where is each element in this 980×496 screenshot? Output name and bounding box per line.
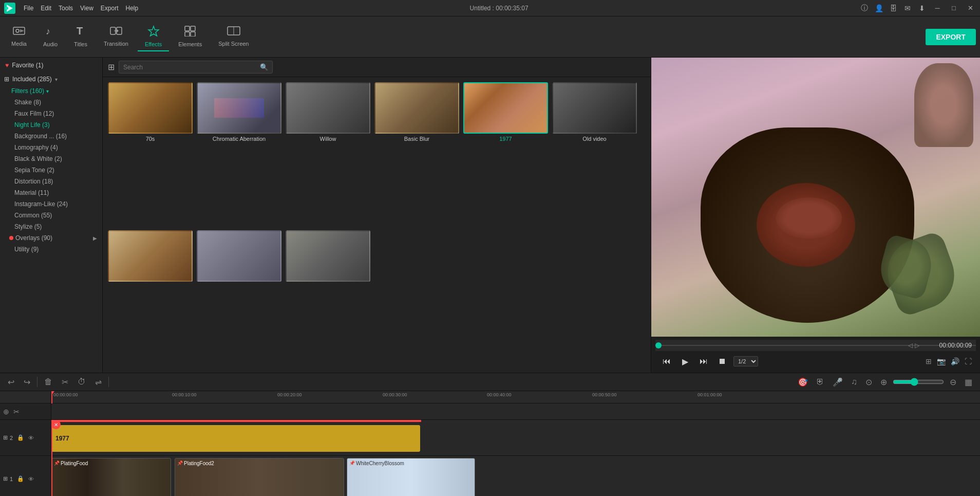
effect-row3a[interactable] (108, 230, 193, 368)
lock-icon-1[interactable]: 🔒 (17, 475, 24, 482)
scissors-icon[interactable]: ✂ (13, 408, 20, 416)
stop-button[interactable]: ⏹ (715, 354, 729, 369)
next-marker-icon[interactable]: ▷ (915, 342, 919, 349)
voiceover-button[interactable]: 🎤 (830, 376, 845, 389)
effect-chromatic[interactable]: Chromatic Aberration (197, 82, 281, 226)
play-button[interactable]: ▶ (678, 354, 692, 369)
effect-row3b-thumb (197, 230, 281, 282)
clip-pin-3: 📌 (349, 461, 355, 466)
zoom-out-button[interactable]: ⊖ (947, 376, 959, 389)
sidebar-black-white[interactable]: Black & White (2) (0, 153, 102, 164)
svg-rect-11 (191, 26, 195, 31)
lock-icon-2[interactable]: 🔒 (17, 434, 24, 441)
effect-row3b[interactable] (197, 230, 281, 368)
delete-button[interactable]: 🗑 (42, 376, 55, 388)
menu-help[interactable]: Help (126, 5, 139, 12)
fit-icon[interactable]: ⊞ (926, 357, 932, 365)
timeline-scrubber[interactable]: 00:00:00:09 ◁ ▷ (655, 340, 976, 351)
sidebar-shake[interactable]: Shake (8) (0, 97, 102, 108)
video-clip-plating2[interactable]: 📌 PlatingFood2 (175, 458, 344, 496)
effect-old-video[interactable]: Old video (552, 82, 637, 226)
sidebar-utility[interactable]: Utility (9) (0, 244, 102, 255)
sidebar-distortion[interactable]: Distortion (18) (0, 176, 102, 187)
toolbar-split-screen[interactable]: Split Screen (211, 23, 256, 51)
svg-rect-13 (191, 32, 195, 36)
toolbar-transition[interactable]: Transition (97, 23, 136, 51)
zoom-slider[interactable] (893, 378, 944, 386)
crop-button[interactable]: ⊕ (878, 376, 890, 389)
mail-icon[interactable]: ✉ (903, 4, 912, 13)
menu-tools[interactable]: Tools (59, 5, 73, 12)
add-track-icon[interactable]: ⊕ (3, 408, 9, 416)
minimize-button[interactable]: ─ (932, 3, 943, 14)
effect-70s[interactable]: 70s (108, 82, 193, 226)
sidebar-favorite[interactable]: ♥ Favorite (1) (0, 58, 102, 73)
menu-edit[interactable]: Edit (41, 5, 51, 12)
motion-track-button[interactable]: 🎯 (795, 376, 811, 389)
user-icon[interactable]: 👤 (874, 4, 883, 13)
video-clip-cherry[interactable]: 📌 WhiteCherryBlossom (347, 458, 475, 496)
timeline-track-area[interactable]: 00:00:00:00 00:00:10:00 00:00:20:00 00:0… (51, 391, 980, 496)
sidebar-material[interactable]: Material (11) (0, 187, 102, 198)
export-button[interactable]: EXPORT (926, 29, 976, 45)
sidebar-lomography[interactable]: Lomography (4) (0, 142, 102, 153)
preview-controls: 00:00:00:09 ◁ ▷ ⏮ ▶ ⏭ ⏹ 1/2Full1/4 ⊞ 📷 (651, 337, 980, 373)
toolbar-divider-1 (37, 377, 37, 387)
sidebar-common[interactable]: Common (55) (0, 210, 102, 221)
cut-button[interactable]: ✂ (59, 376, 71, 389)
sidebar-sepia-tone[interactable]: Sepia Tone (2) (0, 164, 102, 176)
eye-icon-1[interactable]: 👁 (28, 476, 34, 482)
fast-forward-button[interactable]: ⏭ (696, 354, 711, 369)
prev-frame-button[interactable]: ⏮ (659, 354, 674, 369)
elements-label: Elements (178, 41, 202, 47)
mask-button[interactable]: ⛨ (814, 376, 827, 388)
toolbar-effects[interactable]: Effects (138, 22, 169, 51)
settings-button[interactable]: ▦ (962, 376, 975, 389)
info-icon[interactable]: ⓘ (860, 4, 869, 13)
grid-toggle-button[interactable]: ⊞ (108, 62, 115, 72)
quality-selector[interactable]: 1/2Full1/4 (733, 356, 758, 366)
toolbar-elements[interactable]: Elements (171, 22, 209, 51)
sidebar-background[interactable]: Background ... (16) (0, 131, 102, 142)
menu-file[interactable]: File (24, 5, 33, 12)
auto-beat-button[interactable]: ♫ (849, 376, 860, 388)
equalizer-button[interactable]: ⇌ (92, 376, 104, 389)
sidebar-included[interactable]: ⊞ Included (285) ▾ (0, 73, 102, 85)
effect-row3c[interactable] (286, 230, 370, 368)
effect-willow[interactable]: Willow (286, 82, 370, 226)
maximize-button[interactable]: □ (948, 3, 959, 14)
menu-export[interactable]: Export (101, 5, 119, 12)
duration-button[interactable]: ⏱ (75, 376, 88, 388)
filters-label: Filters (160) (11, 87, 44, 95)
archive-icon[interactable]: 🗄 (889, 4, 898, 13)
toolbar-media[interactable]: Media (4, 23, 34, 51)
stabilize-button[interactable]: ⊙ (863, 376, 875, 389)
svg-point-3 (16, 29, 19, 32)
undo-button[interactable]: ↩ (5, 376, 17, 389)
sidebar-filters[interactable]: Filters (160) ▾ (0, 85, 102, 97)
video-clip-plating1[interactable]: 📌 PlatingFood (51, 458, 171, 496)
redo-button[interactable]: ↪ (21, 376, 33, 389)
fullscreen-icon[interactable]: ⛶ (965, 357, 972, 365)
effect-basic-blur[interactable]: Basic Blur (374, 82, 459, 226)
toolbar-audio[interactable]: ♪ Audio (36, 22, 65, 51)
sidebar-instagram[interactable]: Instagram-Like (24) (0, 198, 102, 210)
audio-label: Audio (43, 41, 58, 47)
menu-view[interactable]: View (80, 5, 93, 12)
prev-marker-icon[interactable]: ◁ (908, 342, 913, 349)
download-icon[interactable]: ⬇ (917, 4, 927, 13)
volume-icon[interactable]: 🔊 (951, 357, 959, 365)
effect-1977[interactable]: 1977 (463, 82, 548, 226)
eye-icon-2[interactable]: 👁 (28, 435, 34, 441)
close-button[interactable]: ✕ (965, 3, 976, 14)
sidebar-night-life[interactable]: Night Life (3) (0, 119, 102, 131)
toolbar-titles[interactable]: T Titles (67, 22, 95, 51)
sidebar-stylize[interactable]: Stylize (5) (0, 221, 102, 232)
timeline-body: ⊕ ✂ ⊞ 2 🔒 👁 ⊞ 1 🔒 👁 (0, 391, 980, 496)
effect-clip-1977[interactable]: 1977 (51, 425, 420, 452)
sidebar-overlays[interactable]: Overlays (90) ▶ (0, 232, 102, 244)
search-input[interactable] (123, 64, 258, 71)
snapshot-icon[interactable]: 📷 (937, 357, 946, 365)
scrubber-handle[interactable] (655, 342, 662, 348)
sidebar-faux-film[interactable]: Faux Film (12) (0, 108, 102, 119)
